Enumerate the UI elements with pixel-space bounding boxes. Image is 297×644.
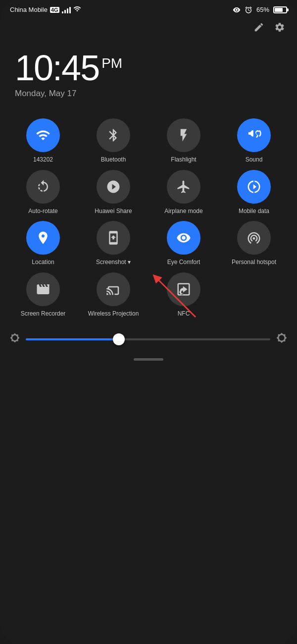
clock-date: Monday, May 17 bbox=[15, 89, 282, 99]
qs-item-bluetooth[interactable]: Bluetooth bbox=[80, 118, 147, 164]
signal-bars-icon bbox=[62, 6, 71, 13]
quick-settings-grid: 143202 Bluetooth Flashlight bbox=[10, 118, 287, 318]
signal-4g-badge: 4G bbox=[50, 7, 59, 13]
qs-circle-eye-comfort bbox=[167, 221, 200, 255]
alarm-icon bbox=[245, 6, 252, 14]
quick-settings-panel: 143202 Bluetooth Flashlight bbox=[0, 108, 297, 322]
carrier-name: China Mobile bbox=[10, 6, 48, 13]
phone-container: China Mobile 4G 65% bbox=[0, 0, 297, 644]
qs-item-eye-comfort[interactable]: Eye Comfort bbox=[150, 221, 217, 267]
qs-label-sound: Sound bbox=[246, 156, 263, 164]
qs-label-autorotate: Auto-rotate bbox=[28, 208, 57, 215]
status-right: 65% bbox=[233, 6, 287, 14]
time-value: 10:45 bbox=[15, 48, 99, 88]
qs-circle-screen-recorder bbox=[26, 272, 60, 306]
qs-item-location[interactable]: Location bbox=[10, 221, 76, 267]
qs-item-mobile-data[interactable]: Mobile data bbox=[221, 170, 287, 215]
qs-circle-personal-hotspot bbox=[237, 221, 271, 255]
qs-item-wifi[interactable]: 143202 bbox=[10, 118, 76, 164]
qs-item-screen-recorder[interactable]: Screen Recorder bbox=[10, 272, 76, 318]
qs-circle-wireless-projection bbox=[97, 272, 130, 306]
brightness-thumb[interactable] bbox=[113, 333, 125, 345]
clock-section: 10:45PM Monday, May 17 bbox=[0, 35, 297, 108]
brightness-fill bbox=[26, 338, 119, 340]
qs-label-wifi: 143202 bbox=[33, 156, 53, 164]
qs-circle-location bbox=[26, 221, 60, 255]
qs-circle-huawei-share bbox=[97, 170, 130, 204]
qs-label-nfc: NFC bbox=[178, 310, 190, 318]
status-bar: China Mobile 4G 65% bbox=[0, 0, 297, 17]
qs-item-autorotate[interactable]: Auto-rotate bbox=[10, 170, 76, 215]
qs-item-flashlight[interactable]: Flashlight bbox=[150, 118, 217, 164]
brightness-bar bbox=[0, 322, 297, 351]
qs-label-screenshot: Screenshot ▾ bbox=[96, 259, 131, 267]
qs-circle-sound bbox=[237, 118, 271, 152]
top-controls bbox=[0, 17, 297, 35]
ampm-value: PM bbox=[101, 55, 122, 71]
qs-item-huawei-share[interactable]: Huawei Share bbox=[80, 170, 147, 215]
qs-circle-nfc bbox=[167, 272, 200, 306]
qs-circle-wifi bbox=[26, 118, 60, 152]
qs-item-screenshot[interactable]: Screenshot ▾ bbox=[80, 221, 147, 267]
qs-label-airplane: Airplane mode bbox=[164, 208, 202, 215]
qs-item-wireless-projection[interactable]: Wireless Projection bbox=[80, 272, 147, 318]
battery-percentage: 65% bbox=[256, 6, 269, 13]
qs-circle-mobile-data bbox=[237, 170, 271, 204]
qs-label-bluetooth: Bluetooth bbox=[101, 156, 126, 164]
battery-icon bbox=[273, 6, 287, 13]
qs-label-location: Location bbox=[32, 259, 54, 267]
qs-circle-screenshot bbox=[97, 221, 130, 255]
qs-label-flashlight: Flashlight bbox=[171, 156, 196, 164]
qs-label-wireless-projection: Wireless Projection bbox=[88, 310, 139, 318]
qs-label-eye-comfort: Eye Comfort bbox=[167, 259, 200, 267]
qs-circle-flashlight bbox=[167, 118, 200, 152]
edit-icon[interactable] bbox=[253, 22, 264, 35]
clock-time: 10:45PM bbox=[15, 50, 282, 86]
qs-circle-bluetooth bbox=[97, 118, 130, 152]
qs-label-huawei-share: Huawei Share bbox=[95, 208, 132, 215]
wifi-status-icon bbox=[73, 5, 81, 14]
qs-item-personal-hotspot[interactable]: Personal hotspot bbox=[221, 221, 287, 267]
qs-label-screen-recorder: Screen Recorder bbox=[21, 310, 66, 318]
brightness-track[interactable] bbox=[26, 338, 270, 340]
qs-circle-airplane bbox=[167, 170, 200, 204]
qs-label-mobile-data: Mobile data bbox=[239, 208, 269, 215]
qs-item-nfc[interactable]: NFC bbox=[150, 272, 217, 318]
eye-icon bbox=[233, 6, 241, 14]
qs-circle-autorotate bbox=[26, 170, 60, 204]
qs-label-personal-hotspot: Personal hotspot bbox=[232, 259, 276, 267]
settings-icon[interactable] bbox=[274, 22, 285, 35]
home-bar[interactable] bbox=[134, 358, 163, 361]
brightness-max-icon bbox=[276, 332, 287, 346]
home-indicator bbox=[0, 351, 297, 363]
status-left: China Mobile 4G bbox=[10, 5, 81, 14]
qs-item-airplane[interactable]: Airplane mode bbox=[150, 170, 217, 215]
brightness-min-icon bbox=[10, 333, 20, 345]
qs-item-sound[interactable]: Sound bbox=[221, 118, 287, 164]
